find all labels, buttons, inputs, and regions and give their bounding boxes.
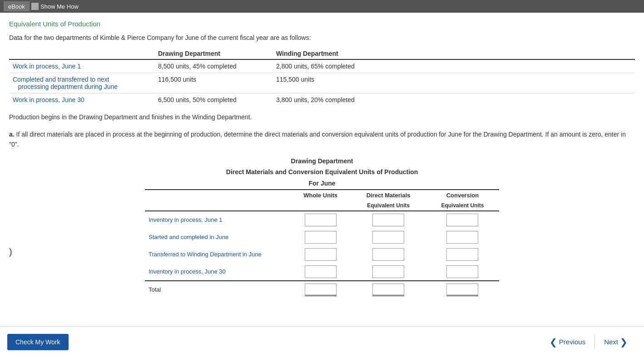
question-text: a. If all direct materials are placed in… bbox=[9, 129, 635, 150]
drawing-value: 8,500 units, 45% completed bbox=[154, 59, 272, 73]
input-field-whole-units-row1[interactable] bbox=[305, 231, 337, 244]
input-col-sub-dm: Equivalent Units bbox=[351, 201, 426, 211]
input-field-conversion-row2[interactable] bbox=[446, 248, 478, 261]
input-row-label: Inventory in process, June 1 bbox=[145, 211, 290, 229]
input-col-sub-empty bbox=[145, 201, 290, 211]
previous-label: Previous bbox=[559, 338, 585, 346]
input-row-label: Inventory in process, June 30 bbox=[145, 263, 290, 281]
input-cell-whole-units bbox=[290, 246, 351, 263]
table-row: Completed and transferred to next proces… bbox=[9, 73, 635, 93]
input-table-title-3: For June bbox=[9, 178, 635, 188]
ebook-button[interactable]: eBook bbox=[4, 1, 30, 11]
input-cell-direct-materials bbox=[351, 211, 426, 229]
input-field-whole-units-row4[interactable] bbox=[305, 284, 337, 296]
previous-button[interactable]: ❮ Previous bbox=[540, 333, 594, 351]
input-cell-whole-units bbox=[290, 263, 351, 281]
input-col-sub-conv: Equivalent Units bbox=[426, 201, 499, 211]
drawing-value: 6,500 units, 50% completed bbox=[154, 93, 272, 107]
input-cell-whole-units bbox=[290, 229, 351, 246]
input-field-direct-materials-row3[interactable] bbox=[372, 265, 404, 278]
winding-value: 115,500 units bbox=[272, 73, 635, 93]
input-cell-whole-units bbox=[290, 281, 351, 298]
production-note: Production begins in the Drawing Departm… bbox=[9, 112, 635, 122]
next-chevron-icon: ❯ bbox=[620, 337, 628, 347]
input-section: ) Drawing Department Direct Materials an… bbox=[9, 156, 635, 298]
input-cell-conversion bbox=[426, 246, 499, 263]
input-table: Whole Units Direct Materials Conversion … bbox=[145, 189, 499, 298]
input-col-conversion: Conversion bbox=[426, 190, 499, 201]
input-table-row: Inventory in process, June 1 bbox=[145, 211, 499, 229]
input-row-label: Started and completed in June bbox=[145, 229, 290, 246]
main-content: Equivalent Units of Production Data for … bbox=[0, 13, 644, 326]
col-header-winding: Winding Department bbox=[272, 48, 635, 59]
input-row-label: Transferred to Winding Department in Jun… bbox=[145, 246, 290, 263]
input-table-title-1: Drawing Department bbox=[9, 156, 635, 166]
next-label: Next bbox=[604, 338, 618, 346]
input-field-direct-materials-row4[interactable] bbox=[372, 284, 404, 296]
input-cell-direct-materials bbox=[351, 263, 426, 281]
input-row-label: Total bbox=[145, 281, 290, 298]
input-table-row: Started and completed in June bbox=[145, 229, 499, 246]
col-header-drawing: Drawing Department bbox=[154, 48, 272, 59]
input-field-conversion-row4[interactable] bbox=[446, 284, 478, 296]
bracket-symbol: ) bbox=[9, 247, 12, 257]
next-button[interactable]: Next ❯ bbox=[595, 333, 637, 351]
winding-value: 3,800 units, 20% completed bbox=[272, 93, 635, 107]
input-field-direct-materials-row2[interactable] bbox=[372, 248, 404, 261]
drawing-value: 116,500 units bbox=[154, 73, 272, 93]
section-title: Equivalent Units of Production bbox=[9, 20, 635, 28]
input-field-whole-units-row2[interactable] bbox=[305, 248, 337, 261]
input-field-conversion-row0[interactable] bbox=[446, 214, 478, 226]
input-cell-direct-materials bbox=[351, 281, 426, 298]
question-body: If all direct materials are placed in pr… bbox=[9, 131, 626, 148]
input-col-whole-units: Whole Units bbox=[290, 190, 351, 201]
toolbar: eBook Show Me How bbox=[0, 0, 644, 13]
input-table-title-2: Direct Materials and Conversion Equivale… bbox=[9, 167, 635, 177]
input-cell-direct-materials bbox=[351, 229, 426, 246]
winding-value: 2,800 units, 65% completed bbox=[272, 59, 635, 73]
input-cell-conversion bbox=[426, 229, 499, 246]
input-field-conversion-row1[interactable] bbox=[446, 231, 478, 244]
input-cell-conversion bbox=[426, 281, 499, 298]
input-table-row: Total bbox=[145, 281, 499, 298]
col-header-empty bbox=[9, 48, 154, 59]
input-table-row: Transferred to Winding Department in Jun… bbox=[145, 246, 499, 263]
input-field-direct-materials-row0[interactable] bbox=[372, 214, 404, 226]
input-field-whole-units-row3[interactable] bbox=[305, 265, 337, 278]
show-me-how-icon bbox=[31, 3, 39, 10]
nav-buttons: ❮ Previous Next ❯ bbox=[540, 333, 637, 351]
input-table-row: Inventory in process, June 30 bbox=[145, 263, 499, 281]
input-col-empty bbox=[145, 190, 290, 201]
data-table: Drawing Department Winding Department Wo… bbox=[9, 48, 635, 106]
intro-text: Data for the two departments of Kimble &… bbox=[9, 33, 635, 43]
input-cell-whole-units bbox=[290, 211, 351, 229]
table-row: Work in process, June 18,500 units, 45% … bbox=[9, 59, 635, 73]
row-label-cell: Completed and transferred to next proces… bbox=[9, 73, 154, 93]
show-me-how-label: Show Me How bbox=[40, 3, 79, 10]
input-col-sub-whole bbox=[290, 201, 351, 211]
input-col-direct-materials: Direct Materials bbox=[351, 190, 426, 201]
input-cell-conversion bbox=[426, 263, 499, 281]
row-label-cell: Work in process, June 30 bbox=[9, 93, 154, 107]
input-field-conversion-row3[interactable] bbox=[446, 265, 478, 278]
input-field-whole-units-row0[interactable] bbox=[305, 214, 337, 226]
row-label-cell: Work in process, June 1 bbox=[9, 59, 154, 73]
bottom-bar: Check My Work ❮ Previous Next ❯ bbox=[0, 326, 644, 357]
question-prefix: a. bbox=[9, 131, 15, 138]
check-my-work-button[interactable]: Check My Work bbox=[7, 334, 69, 350]
prev-chevron-icon: ❮ bbox=[550, 337, 557, 347]
input-cell-direct-materials bbox=[351, 246, 426, 263]
input-cell-conversion bbox=[426, 211, 499, 229]
table-row: Work in process, June 306,500 units, 50%… bbox=[9, 93, 635, 107]
input-field-direct-materials-row1[interactable] bbox=[372, 231, 404, 244]
show-me-how-area: Show Me How bbox=[31, 3, 79, 10]
